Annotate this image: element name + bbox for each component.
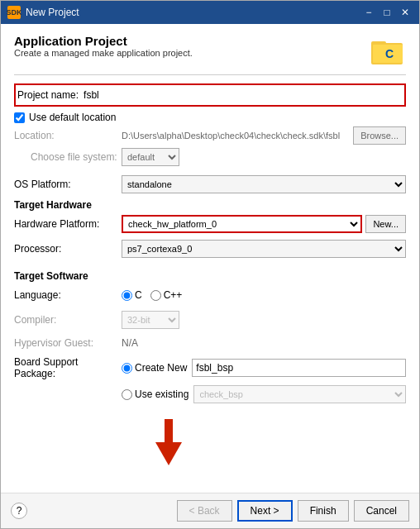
language-row: Language: C C++ bbox=[14, 285, 406, 305]
arrow-shaft bbox=[165, 419, 173, 442]
bsp-create-new-radio[interactable] bbox=[122, 363, 132, 374]
processor-select[interactable]: ps7_cortexa9_0 bbox=[122, 240, 406, 258]
processor-row: Processor: ps7_cortexa9_0 bbox=[14, 239, 406, 259]
arrow-indicator bbox=[14, 419, 406, 465]
use-default-location-row: Use default location bbox=[14, 112, 406, 123]
filesystem-label: Choose file system: bbox=[14, 151, 122, 163]
language-cpp-radio[interactable] bbox=[150, 290, 161, 301]
language-c-option[interactable]: C bbox=[122, 289, 142, 301]
bsp-use-controls: Use existing check_bsp bbox=[122, 385, 406, 403]
compiler-control: 32-bit bbox=[122, 311, 406, 329]
bsp-use-select[interactable]: check_bsp bbox=[193, 385, 406, 403]
browse-button[interactable]: Browse... bbox=[353, 126, 406, 145]
bottom-left: ? bbox=[11, 503, 27, 519]
os-platform-label: OS Platform: bbox=[14, 179, 122, 190]
bsp-create-new-label: Create New bbox=[135, 362, 187, 374]
section-divider bbox=[14, 74, 406, 75]
bsp-use-existing-option[interactable]: Use existing bbox=[122, 388, 189, 400]
hw-platform-controls: check_hw_platform_0 New... bbox=[122, 215, 406, 233]
language-c-label: C bbox=[135, 289, 142, 301]
target-software-title: Target Software bbox=[14, 270, 406, 282]
help-button[interactable]: ? bbox=[11, 503, 27, 519]
hypervisor-value: N/A bbox=[122, 337, 138, 349]
language-radio-group: C C++ bbox=[122, 289, 182, 301]
window-controls: − □ ✕ bbox=[361, 5, 413, 20]
hw-platform-label: Hardware Platform: bbox=[14, 218, 122, 230]
new-project-window: SDK New Project − □ ✕ Application Projec… bbox=[0, 0, 420, 529]
minimize-button[interactable]: − bbox=[361, 5, 376, 20]
bsp-create-input[interactable] bbox=[192, 359, 406, 377]
bsp-create-row: Board Support Package: Create New bbox=[14, 356, 406, 379]
processor-control: ps7_cortexa9_0 bbox=[122, 240, 406, 258]
sdk-icon: SDK bbox=[7, 6, 21, 19]
project-name-row: Project name: bbox=[14, 83, 406, 107]
os-platform-control: standalone bbox=[122, 175, 406, 193]
compiler-select[interactable]: 32-bit bbox=[122, 311, 179, 329]
compiler-label: Compiler: bbox=[14, 314, 122, 326]
target-hardware-section: Target Hardware Hardware Platform: check… bbox=[14, 199, 406, 264]
location-row: Location: D:\Users\alpha\Desktop\check04… bbox=[14, 126, 406, 145]
bottom-buttons: < Back Next > Finish Cancel bbox=[177, 500, 409, 522]
title-bar: SDK New Project − □ ✕ bbox=[1, 1, 419, 24]
finish-button[interactable]: Finish bbox=[298, 500, 349, 522]
main-content: Application Project Create a managed mak… bbox=[1, 24, 419, 493]
language-label: Language: bbox=[14, 289, 122, 301]
filesystem-select[interactable]: default bbox=[122, 148, 179, 166]
next-button[interactable]: Next > bbox=[237, 500, 293, 522]
section-folder-icon: C bbox=[371, 36, 406, 66]
bsp-use-row: Use existing check_bsp bbox=[14, 384, 406, 404]
project-name-input[interactable] bbox=[82, 87, 403, 103]
hypervisor-label: Hypervisor Guest: bbox=[14, 337, 122, 349]
section-desc: Create a managed make application projec… bbox=[14, 48, 363, 58]
section-title: Application Project bbox=[14, 34, 363, 48]
hw-platform-select[interactable]: check_hw_platform_0 bbox=[122, 215, 362, 233]
use-default-location-checkbox[interactable] bbox=[14, 112, 25, 123]
location-path: D:\Users\alpha\Desktop\check04\check\che… bbox=[122, 131, 350, 141]
location-label: Location: bbox=[14, 130, 122, 141]
language-c-radio[interactable] bbox=[122, 290, 132, 301]
bsp-create-new-option[interactable]: Create New bbox=[122, 362, 187, 374]
hypervisor-row: Hypervisor Guest: N/A bbox=[14, 333, 406, 353]
language-cpp-label: C++ bbox=[164, 289, 183, 301]
target-software-section: Target Software Language: C C++ Com bbox=[14, 270, 406, 409]
section-header: Application Project Create a managed mak… bbox=[14, 34, 406, 68]
hypervisor-control: N/A bbox=[122, 337, 406, 349]
arrow-head bbox=[155, 442, 182, 465]
os-platform-select[interactable]: standalone bbox=[122, 175, 406, 193]
back-button[interactable]: < Back bbox=[177, 500, 232, 522]
new-hw-platform-button[interactable]: New... bbox=[365, 215, 406, 233]
maximize-button[interactable]: □ bbox=[379, 5, 394, 20]
hw-platform-row: Hardware Platform: check_hw_platform_0 N… bbox=[14, 214, 406, 234]
window-title: New Project bbox=[26, 7, 356, 18]
close-button[interactable]: ✕ bbox=[398, 5, 413, 20]
bsp-create-controls: Create New bbox=[122, 359, 406, 377]
target-hardware-title: Target Hardware bbox=[14, 199, 406, 211]
use-default-location-label: Use default location bbox=[29, 112, 116, 123]
compiler-row: Compiler: 32-bit bbox=[14, 310, 406, 330]
processor-label: Processor: bbox=[14, 243, 122, 255]
bsp-use-existing-label: Use existing bbox=[135, 388, 189, 400]
os-platform-row: OS Platform: standalone bbox=[14, 174, 406, 194]
project-name-label: Project name: bbox=[17, 89, 79, 101]
cancel-button[interactable]: Cancel bbox=[354, 500, 409, 522]
filesystem-row: Choose file system: default bbox=[14, 148, 406, 166]
bottom-bar: ? < Back Next > Finish Cancel bbox=[1, 493, 419, 528]
bsp-label: Board Support Package: bbox=[14, 356, 122, 379]
bsp-use-existing-radio[interactable] bbox=[122, 389, 132, 400]
svg-text:C: C bbox=[385, 47, 394, 60]
language-cpp-option[interactable]: C++ bbox=[150, 289, 183, 301]
